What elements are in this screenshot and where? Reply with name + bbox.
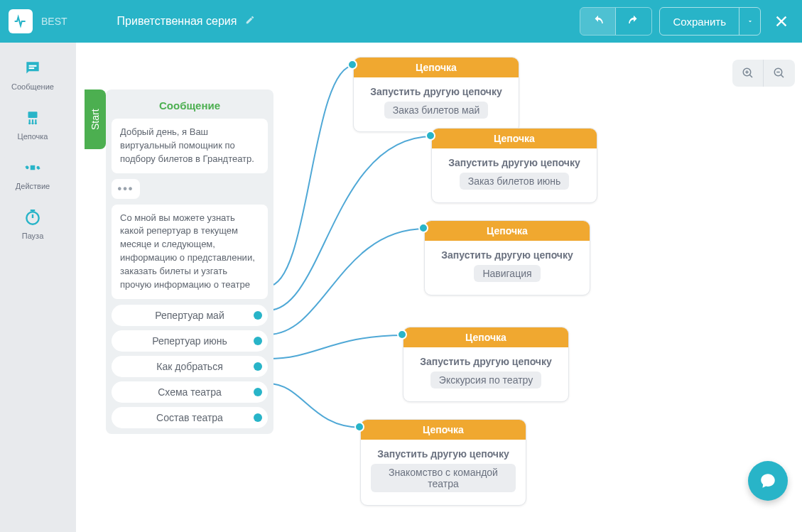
chain-header: Цепочка xyxy=(403,327,568,347)
save-group: Сохранить xyxy=(659,7,761,36)
edit-icon[interactable] xyxy=(245,15,255,28)
page-title: Приветственная серия xyxy=(117,15,237,28)
option-item[interactable]: Как добраться xyxy=(112,356,268,377)
option-label: Репертуар май xyxy=(155,310,224,321)
svg-rect-0 xyxy=(29,65,37,67)
option-item[interactable]: Репертуар июнь xyxy=(112,330,268,352)
close-button[interactable] xyxy=(769,9,793,33)
chevron-down-icon xyxy=(747,18,754,25)
option-item[interactable]: Репертуар май xyxy=(112,305,268,326)
svg-rect-6 xyxy=(31,165,36,170)
chat-fab[interactable] xyxy=(748,461,788,501)
option-label: Как добраться xyxy=(156,361,222,372)
output-port[interactable] xyxy=(254,388,262,396)
chain-header: Цепочка xyxy=(354,58,519,77)
chat-icon xyxy=(759,472,777,490)
sidebar-item-label: Цепочка xyxy=(18,132,48,141)
chain-value: Экскурсия по театру xyxy=(430,371,541,389)
chain-node[interactable]: Цепочка Запустить другую цепочку Заказ б… xyxy=(353,57,519,132)
input-port[interactable] xyxy=(397,330,407,340)
chain-icon xyxy=(23,108,43,128)
zoom-in-button[interactable] xyxy=(732,60,764,87)
undo-redo-group xyxy=(580,7,652,36)
svg-point-4 xyxy=(31,122,33,124)
message-text-2: Со мной вы можете узнать какой репертуар… xyxy=(112,205,268,299)
close-icon xyxy=(774,13,789,29)
sidebar: Сообщение Цепочка Действие Пауза xyxy=(4,51,61,246)
redo-button[interactable] xyxy=(616,8,651,35)
top-header: BEST Приветственная серия Сохранить xyxy=(0,0,802,43)
zoom-out-icon xyxy=(773,67,786,80)
ellipsis-icon[interactable]: ••• xyxy=(112,179,140,199)
sidebar-item-chain[interactable]: Цепочка xyxy=(4,101,61,146)
start-tab: Start xyxy=(85,89,106,149)
option-label: Состав театра xyxy=(156,412,223,423)
chain-header: Цепочка xyxy=(432,129,597,148)
chain-action: Запустить другую цепочку xyxy=(370,86,502,97)
sidebar-item-label: Действие xyxy=(16,182,50,190)
message-node[interactable]: Сообщение Добрый день, я Ваш виртуальный… xyxy=(106,89,273,434)
zoom-in-icon xyxy=(742,67,754,80)
output-port[interactable] xyxy=(254,337,262,345)
option-label: Схема театра xyxy=(158,386,222,398)
output-port[interactable] xyxy=(254,311,262,320)
output-port[interactable] xyxy=(254,362,262,371)
undo-icon xyxy=(592,15,605,28)
svg-rect-2 xyxy=(28,112,38,118)
zoom-controls xyxy=(732,60,795,87)
chain-node[interactable]: Цепочка Запустить другую цепочку Экскурс… xyxy=(403,327,569,402)
output-port[interactable] xyxy=(254,413,262,422)
action-icon xyxy=(23,158,43,178)
input-port[interactable] xyxy=(354,422,364,432)
chain-action: Запустить другую цепочку xyxy=(448,157,580,168)
chain-header: Цепочка xyxy=(361,420,526,440)
message-text-1: Добрый день, я Ваш виртуальный помощник … xyxy=(112,119,268,173)
chain-value: Знакомство с командой театра xyxy=(371,464,516,492)
logo xyxy=(9,9,33,33)
chain-action: Запустить другую цепочку xyxy=(420,356,552,367)
chain-node[interactable]: Цепочка Запустить другую цепочку Заказ б… xyxy=(431,128,597,203)
input-port[interactable] xyxy=(418,223,428,233)
chain-node[interactable]: Цепочка Запустить другую цепочку Знакомс… xyxy=(360,419,526,506)
message-icon xyxy=(23,58,43,78)
input-port[interactable] xyxy=(426,131,435,141)
option-label: Репертуар июнь xyxy=(152,335,227,347)
sidebar-item-action[interactable]: Действие xyxy=(4,151,61,196)
pause-icon xyxy=(23,207,43,227)
chain-value: Заказ билетов май xyxy=(384,102,489,119)
chain-value: Заказ билетов июнь xyxy=(460,173,570,190)
chain-action: Запустить другую цепочку xyxy=(377,448,509,460)
save-button[interactable]: Сохранить xyxy=(660,8,739,35)
undo-button[interactable] xyxy=(580,8,616,35)
sidebar-item-label: Сообщение xyxy=(11,82,54,91)
brand-name: BEST xyxy=(41,16,67,27)
canvas[interactable]: Start Сообщение Добрый день, я Ваш вирту… xyxy=(76,43,802,532)
message-node-title: Сообщение xyxy=(112,95,268,119)
svg-point-3 xyxy=(28,122,31,124)
option-item[interactable]: Схема театра xyxy=(112,381,268,403)
sidebar-item-message[interactable]: Сообщение xyxy=(4,51,61,97)
chain-node[interactable]: Цепочка Запустить другую цепочку Навигац… xyxy=(424,220,590,295)
input-port[interactable] xyxy=(347,60,357,70)
pulse-icon xyxy=(13,14,28,28)
zoom-out-button[interactable] xyxy=(764,60,795,87)
redo-icon xyxy=(627,15,640,28)
svg-point-5 xyxy=(35,122,37,124)
chain-header: Цепочка xyxy=(425,221,590,241)
sidebar-item-label: Пауза xyxy=(22,232,44,240)
chain-value: Навигация xyxy=(474,265,540,282)
message-options: Репертуар май Репертуар июнь Как добрать… xyxy=(112,305,268,428)
save-dropdown[interactable] xyxy=(739,8,760,35)
chain-action: Запустить другую цепочку xyxy=(441,249,573,261)
svg-rect-1 xyxy=(29,67,35,69)
sidebar-item-pause[interactable]: Пауза xyxy=(4,200,61,246)
option-item[interactable]: Состав театра xyxy=(112,407,268,428)
